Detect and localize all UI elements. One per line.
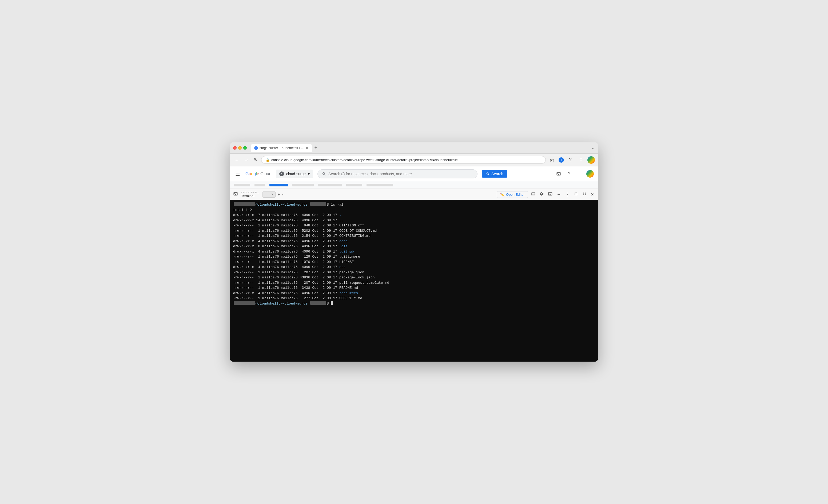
prompt-space (307, 202, 310, 207)
tab-favicon (254, 146, 258, 150)
gc-logo-text: Google Cloud (245, 171, 272, 176)
lock-icon: 🔒 (266, 158, 270, 162)
window-control-chevron[interactable]: ⌄ (591, 145, 595, 151)
gc-search-button[interactable]: Search (482, 170, 507, 178)
terminal-second-prompt: @cloudshell: ~/cloud-surge $ (233, 301, 595, 306)
cloud-shell-label-top: CLOUD SHELL (241, 191, 259, 194)
maximize-window-button[interactable] (243, 146, 247, 150)
cs-image-icon[interactable] (547, 191, 553, 198)
cloud-shell-label: CLOUD SHELL Terminal (241, 191, 259, 198)
cs-tab-name (265, 193, 270, 196)
terminal-line-dotdot: drwxr-xr-x 14 mailcs76 mailcs76 4096 Oct… (233, 218, 595, 223)
prompt2-space (307, 301, 310, 306)
terminal-line-readme: -rw-r--r-- 1 mailcs76 mailcs76 3438 Oct … (233, 285, 595, 291)
minimize-window-button[interactable] (238, 146, 242, 150)
nav-bar: ← → ↻ 🔒 console.cloud.google.com/kuberne… (230, 154, 598, 166)
gc-search-bar[interactable] (318, 169, 478, 178)
search-icon (322, 172, 326, 176)
terminal-line-citation: -rw-r--r-- 1 mailcs76 mailcs76 948 Oct 2… (233, 223, 595, 228)
gc-toolbar: ☰ Google Cloud cloud-surge ▾ Search (230, 166, 598, 181)
tab-title: surge-cluster – Kubernetes E... (259, 146, 303, 150)
prompt-dir: ~/cloud-surge (281, 202, 307, 207)
help-icon[interactable]: ? (565, 170, 574, 178)
tab-close-button[interactable]: × (305, 146, 308, 150)
reload-button[interactable]: ↻ (252, 156, 259, 164)
more-menu-button[interactable]: ⋮ (576, 170, 584, 178)
cast-button[interactable] (548, 156, 556, 164)
cursor-block (331, 301, 333, 305)
terminal-line-gitignore: -rw-r--r-- 1 mailcs76 mailcs76 129 Oct 2… (233, 254, 595, 259)
terminal-line-contributing: -rw-r--r-- 1 mailcs76 mailcs76 2154 Oct … (233, 233, 595, 239)
user-avatar[interactable] (587, 156, 595, 164)
redacted-suffix2 (310, 301, 326, 305)
traffic-lights (233, 146, 247, 150)
terminal-line-package-lock: -rw-r--r-- 1 mailcs76 mailcs76 43836 Oct… (233, 275, 595, 280)
terminal-line-package: -rw-r--r-- 1 mailcs76 mailcs76 207 Oct 2… (233, 270, 595, 275)
cs-tab-dropdown[interactable]: ▾ (282, 193, 284, 196)
cs-header-right: ✏️ Open Editor ⋮ (497, 191, 595, 198)
project-dropdown-icon: ▾ (308, 172, 310, 176)
notification-badge[interactable]: 1 (558, 157, 564, 163)
cs-close-button[interactable]: × (590, 191, 595, 198)
gc-logo: Google Cloud (245, 171, 272, 176)
terminal-line-license: -rw-r--r-- 1 mailcs76 mailcs76 1070 Oct … (233, 259, 595, 265)
title-bar-controls: ⌄ (591, 145, 595, 151)
active-tab[interactable]: surge-cluster – Kubernetes E... × (251, 144, 312, 152)
prompt2-dollar: $ (327, 301, 331, 306)
terminal-icon (233, 192, 238, 198)
prompt-cloudshell: @cloudshell: (255, 202, 281, 207)
cs-tab-close-button[interactable]: × (271, 193, 273, 196)
search-button-icon (486, 172, 490, 176)
cs-layout-icon[interactable] (556, 191, 562, 198)
cs-settings-icon[interactable] (539, 191, 545, 198)
cs-terminal-tab[interactable]: × (262, 191, 276, 198)
terminal-line-github: drwxr-xr-x 4 mailcs76 mailcs76 4096 Oct … (233, 249, 595, 254)
terminal-prompt-line: @cloudshell: ~/cloud-surge $ ls -al (233, 202, 595, 207)
redacted-user (234, 202, 255, 206)
prompt-dollar: $ ls -al (327, 202, 343, 207)
cloud-shell-panel: CLOUD SHELL Terminal × + ▾ ✏️ Open Edito… (230, 189, 598, 362)
terminal-line-coc: -rw-r--r-- 1 mailcs76 mailcs76 5202 Oct … (233, 228, 595, 234)
project-icon (279, 171, 284, 176)
svg-point-0 (281, 173, 282, 174)
terminal-line-dot: drwxr-xr-x 7 mailcs76 mailcs76 4096 Oct … (233, 213, 595, 218)
cloud-shell-label-bottom: Terminal (241, 194, 259, 198)
search-input[interactable] (328, 172, 473, 176)
terminal[interactable]: @cloudshell: ~/cloud-surge $ ls -al tota… (230, 200, 598, 362)
back-button[interactable]: ← (233, 157, 241, 164)
redacted-user2 (234, 301, 255, 305)
forward-button[interactable]: → (243, 157, 250, 164)
tab-bar: surge-cluster – Kubernetes E... × + (251, 144, 419, 152)
close-window-button[interactable] (233, 146, 237, 150)
cloud-shell-icon[interactable] (554, 170, 563, 178)
open-editor-button[interactable]: ✏️ Open Editor (497, 191, 528, 198)
cs-expand-button[interactable] (581, 191, 588, 198)
project-selector[interactable]: cloud-surge ▾ (276, 170, 313, 178)
gc-menu-button[interactable]: ☰ (234, 170, 241, 178)
cloud-shell-header: CLOUD SHELL Terminal × + ▾ ✏️ Open Edito… (230, 189, 598, 200)
new-tab-button[interactable]: + (313, 145, 319, 151)
gc-user-avatar[interactable] (586, 170, 594, 178)
address-text: console.cloud.google.com/kubernetes/clus… (271, 158, 541, 162)
terminal-line-pr-template: -rw-r--r-- 1 mailcs76 mailcs76 207 Oct 2… (233, 280, 595, 286)
cs-add-tab-button[interactable]: + (278, 192, 280, 197)
redacted-suffix (310, 202, 326, 206)
terminal-line-ops: drwxr-xr-x 4 mailcs76 mailcs76 4096 Oct … (233, 264, 595, 270)
cs-minimize-button[interactable] (573, 191, 579, 198)
help-button[interactable]: ? (566, 156, 575, 164)
terminal-line-security: -rw-r--r-- 1 mailcs76 mailcs76 277 Oct 2… (233, 296, 595, 301)
terminal-empty-space (233, 306, 595, 360)
nav-right: 1 ? ⋮ (548, 156, 595, 164)
prompt2-cloudshell: @cloudshell: (255, 301, 281, 306)
more-options-button[interactable]: ⋮ (577, 156, 585, 164)
gc-toolbar-right: ? ⋮ (554, 170, 594, 178)
terminal-line-total: total 112 (233, 207, 595, 213)
terminal-line-git: drwxr-xr-x 8 mailcs76 mailcs76 4096 Oct … (233, 244, 595, 249)
cs-monitor-icon[interactable] (530, 191, 536, 198)
gc-search-btn-label: Search (491, 172, 503, 176)
prompt2-dir: ~/cloud-surge (281, 301, 307, 306)
title-bar: surge-cluster – Kubernetes E... × + ⌄ (230, 142, 598, 154)
cs-more-button[interactable]: ⋮ (564, 191, 571, 198)
address-bar[interactable]: 🔒 console.cloud.google.com/kubernetes/cl… (261, 156, 546, 164)
terminal-line-docs: drwxr-xr-x 4 mailcs76 mailcs76 4096 Oct … (233, 239, 595, 244)
